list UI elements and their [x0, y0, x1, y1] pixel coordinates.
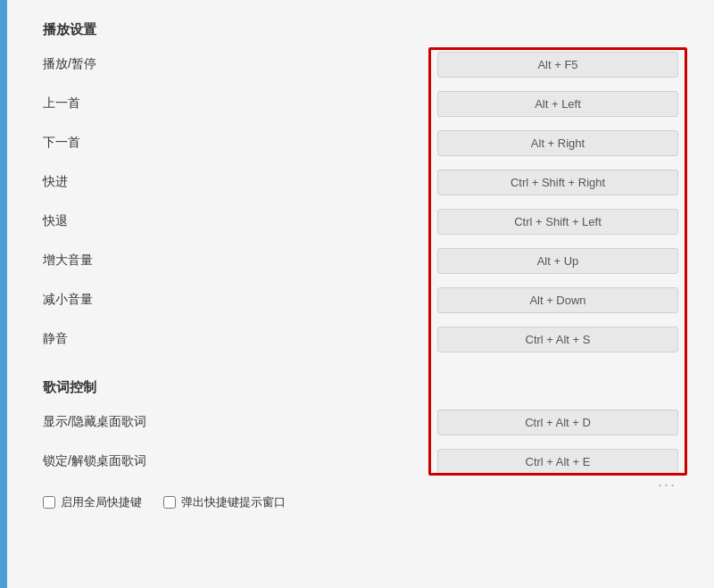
row-next: 下一首 Alt + Right — [43, 126, 678, 160]
shortcut-vol-up[interactable]: Alt + Up — [437, 248, 678, 274]
shortcut-mute[interactable]: Ctrl + Alt + S — [437, 327, 678, 352]
checkbox-tooltip-label: 弹出快捷键提示窗口 — [181, 494, 286, 510]
row-play-pause: 播放/暂停 Alt + F5 — [43, 47, 678, 81]
label-rewind: 快退 — [43, 213, 150, 229]
row-lyrics-lock: 锁定/解锁桌面歌词 Ctrl + Alt + E — [43, 444, 678, 478]
row-vol-down: 减小音量 Alt + Down — [43, 283, 678, 317]
shortcut-vol-down[interactable]: Alt + Down — [437, 287, 678, 313]
checkbox-tooltip-input[interactable] — [163, 496, 176, 509]
checkbox-global-hotkey-label: 启用全局快捷键 — [61, 494, 142, 510]
bottom-row: 启用全局快捷键 弹出快捷键提示窗口 — [43, 494, 678, 510]
label-next: 下一首 — [43, 135, 150, 151]
shortcut-prev[interactable]: Alt + Left — [437, 91, 678, 117]
shortcut-play-pause[interactable]: Alt + F5 — [437, 52, 678, 78]
row-mute: 静音 Ctrl + Alt + S — [43, 322, 678, 356]
row-vol-up: 增大音量 Alt + Up — [43, 244, 678, 277]
label-forward: 快进 — [43, 174, 150, 190]
section1-title: 播放设置 — [43, 21, 678, 38]
shortcut-next[interactable]: Alt + Right — [437, 130, 678, 156]
label-vol-up: 增大音量 — [43, 253, 150, 269]
label-lyrics-toggle: 显示/隐藏桌面歌词 — [43, 414, 150, 430]
checkbox-global-hotkey[interactable]: 启用全局快捷键 — [43, 494, 142, 510]
checkbox-global-hotkey-input[interactable] — [43, 496, 55, 509]
main-content: 播放设置 播放/暂停 Alt + F5 上一首 Alt + Left 下一首 A… — [7, 0, 714, 588]
shortcut-rewind[interactable]: Ctrl + Shift + Left — [437, 209, 678, 235]
sidebar-accent — [0, 0, 7, 588]
row-lyrics-toggle: 显示/隐藏桌面歌词 Ctrl + Alt + D — [43, 405, 678, 439]
label-mute: 静音 — [43, 331, 150, 347]
shortcut-forward[interactable]: Ctrl + Shift + Right — [437, 170, 678, 195]
settings-container: 播放/暂停 Alt + F5 上一首 Alt + Left 下一首 Alt + … — [43, 47, 678, 478]
label-prev: 上一首 — [43, 95, 150, 112]
shortcut-lyrics-toggle[interactable]: Ctrl + Alt + D — [437, 410, 678, 435]
shortcut-lyrics-lock[interactable]: Ctrl + Alt + E — [437, 449, 678, 475]
label-vol-down: 减小音量 — [43, 292, 150, 308]
checkbox-tooltip[interactable]: 弹出快捷键提示窗口 — [163, 494, 286, 510]
section2-title: 歌词控制 — [43, 379, 678, 396]
label-lyrics-lock: 锁定/解锁桌面歌词 — [43, 453, 150, 469]
row-prev: 上一首 Alt + Left — [43, 87, 678, 120]
row-forward: 快进 Ctrl + Shift + Right — [43, 165, 678, 199]
decorative-dots: ··· — [658, 476, 677, 494]
label-play-pause: 播放/暂停 — [43, 56, 150, 72]
section-gap — [43, 361, 678, 376]
row-rewind: 快退 Ctrl + Shift + Left — [43, 204, 678, 238]
